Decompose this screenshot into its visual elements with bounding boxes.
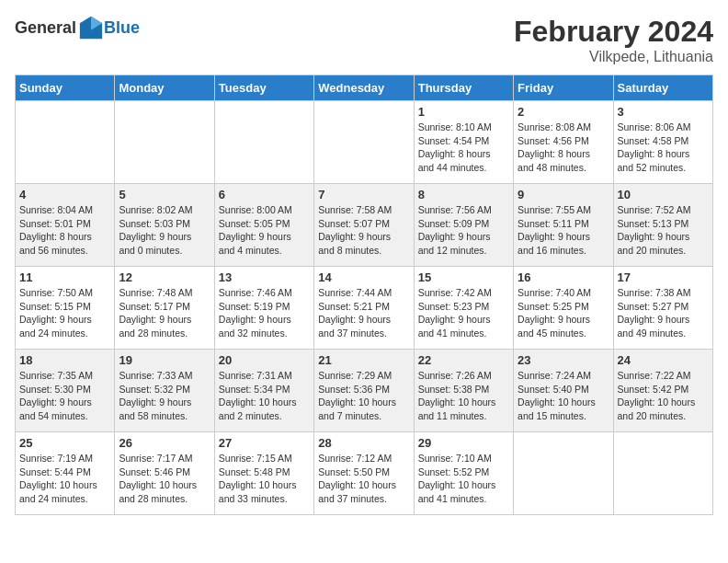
calendar-cell: 1Sunrise: 8:10 AM Sunset: 4:54 PM Daylig… xyxy=(414,101,513,184)
day-number: 27 xyxy=(219,436,310,450)
calendar-cell: 8Sunrise: 7:56 AM Sunset: 5:09 PM Daylig… xyxy=(414,184,513,267)
day-info: Sunrise: 8:00 AM Sunset: 5:05 PM Dayligh… xyxy=(219,203,310,258)
calendar-cell: 22Sunrise: 7:26 AM Sunset: 5:38 PM Dayli… xyxy=(414,350,513,432)
calendar-cell: 25Sunrise: 7:19 AM Sunset: 5:44 PM Dayli… xyxy=(16,432,115,515)
day-info: Sunrise: 7:42 AM Sunset: 5:23 PM Dayligh… xyxy=(418,286,509,340)
day-number: 11 xyxy=(19,270,110,284)
day-info: Sunrise: 7:35 AM Sunset: 5:30 PM Dayligh… xyxy=(19,369,110,423)
calendar-cell: 10Sunrise: 7:52 AM Sunset: 5:13 PM Dayli… xyxy=(613,184,712,267)
day-info: Sunrise: 8:02 AM Sunset: 5:03 PM Dayligh… xyxy=(119,203,210,258)
day-number: 5 xyxy=(119,188,210,201)
weekday-header-saturday: Saturday xyxy=(613,75,712,101)
calendar-cell: 20Sunrise: 7:31 AM Sunset: 5:34 PM Dayli… xyxy=(214,350,313,432)
day-info: Sunrise: 7:10 AM Sunset: 5:52 PM Dayligh… xyxy=(418,452,509,506)
day-info: Sunrise: 7:33 AM Sunset: 5:32 PM Dayligh… xyxy=(119,369,210,423)
weekday-header-wednesday: Wednesday xyxy=(314,75,414,101)
day-info: Sunrise: 7:12 AM Sunset: 5:50 PM Dayligh… xyxy=(318,452,409,506)
logo: General Blue xyxy=(15,15,140,40)
calendar-cell: 13Sunrise: 7:46 AM Sunset: 5:19 PM Dayli… xyxy=(214,267,313,350)
calendar-cell: 4Sunrise: 8:04 AM Sunset: 5:01 PM Daylig… xyxy=(16,184,115,267)
calendar-table: SundayMondayTuesdayWednesdayThursdayFrid… xyxy=(15,75,713,515)
calendar-cell: 18Sunrise: 7:35 AM Sunset: 5:30 PM Dayli… xyxy=(16,350,115,432)
day-number: 17 xyxy=(618,270,709,284)
day-info: Sunrise: 7:52 AM Sunset: 5:13 PM Dayligh… xyxy=(618,203,709,258)
calendar-week-3: 11Sunrise: 7:50 AM Sunset: 5:15 PM Dayli… xyxy=(16,267,713,350)
calendar-cell: 7Sunrise: 7:58 AM Sunset: 5:07 PM Daylig… xyxy=(314,184,414,267)
day-number: 23 xyxy=(518,353,609,367)
day-info: Sunrise: 7:24 AM Sunset: 5:40 PM Dayligh… xyxy=(518,369,609,423)
day-info: Sunrise: 8:06 AM Sunset: 4:58 PM Dayligh… xyxy=(618,121,709,175)
calendar-cell xyxy=(115,101,214,184)
logo-blue: Blue xyxy=(104,18,140,38)
day-info: Sunrise: 7:22 AM Sunset: 5:42 PM Dayligh… xyxy=(618,369,709,423)
weekday-header-friday: Friday xyxy=(514,75,613,101)
calendar-cell: 17Sunrise: 7:38 AM Sunset: 5:27 PM Dayli… xyxy=(613,267,712,350)
calendar-cell xyxy=(613,432,712,515)
calendar-cell: 9Sunrise: 7:55 AM Sunset: 5:11 PM Daylig… xyxy=(514,184,613,267)
day-number: 20 xyxy=(219,353,310,367)
day-info: Sunrise: 7:26 AM Sunset: 5:38 PM Dayligh… xyxy=(418,369,509,423)
calendar-cell: 29Sunrise: 7:10 AM Sunset: 5:52 PM Dayli… xyxy=(414,432,513,515)
day-info: Sunrise: 7:19 AM Sunset: 5:44 PM Dayligh… xyxy=(19,452,110,506)
calendar-cell: 12Sunrise: 7:48 AM Sunset: 5:17 PM Dayli… xyxy=(115,267,214,350)
day-number: 2 xyxy=(518,105,609,119)
day-info: Sunrise: 7:46 AM Sunset: 5:19 PM Dayligh… xyxy=(219,286,310,340)
day-number: 19 xyxy=(119,353,210,367)
calendar-week-2: 4Sunrise: 8:04 AM Sunset: 5:01 PM Daylig… xyxy=(16,184,713,267)
weekday-header-tuesday: Tuesday xyxy=(214,75,313,101)
calendar-cell: 24Sunrise: 7:22 AM Sunset: 5:42 PM Dayli… xyxy=(613,350,712,432)
logo-icon xyxy=(78,15,104,40)
calendar-cell: 28Sunrise: 7:12 AM Sunset: 5:50 PM Dayli… xyxy=(314,432,414,515)
calendar-cell xyxy=(214,101,313,184)
calendar-cell: 27Sunrise: 7:15 AM Sunset: 5:48 PM Dayli… xyxy=(214,432,313,515)
day-number: 12 xyxy=(119,270,210,284)
day-number: 26 xyxy=(119,436,210,450)
day-number: 8 xyxy=(418,188,509,201)
calendar-cell xyxy=(16,101,115,184)
logo-general: General xyxy=(15,18,76,38)
day-info: Sunrise: 7:58 AM Sunset: 5:07 PM Dayligh… xyxy=(318,203,409,258)
calendar-cell xyxy=(314,101,414,184)
day-info: Sunrise: 7:56 AM Sunset: 5:09 PM Dayligh… xyxy=(418,203,509,258)
day-info: Sunrise: 7:55 AM Sunset: 5:11 PM Dayligh… xyxy=(518,203,609,258)
location-title: Vilkpede, Lithuania xyxy=(514,49,713,65)
title-area: February 2024 Vilkpede, Lithuania xyxy=(514,15,713,65)
day-info: Sunrise: 8:08 AM Sunset: 4:56 PM Dayligh… xyxy=(518,121,609,175)
day-number: 4 xyxy=(19,188,110,201)
day-number: 21 xyxy=(318,353,409,367)
day-number: 10 xyxy=(618,188,709,201)
day-info: Sunrise: 7:38 AM Sunset: 5:27 PM Dayligh… xyxy=(618,286,709,340)
day-number: 28 xyxy=(318,436,409,450)
day-number: 7 xyxy=(318,188,409,201)
calendar-cell: 6Sunrise: 8:00 AM Sunset: 5:05 PM Daylig… xyxy=(214,184,313,267)
calendar-cell: 14Sunrise: 7:44 AM Sunset: 5:21 PM Dayli… xyxy=(314,267,414,350)
calendar-cell: 16Sunrise: 7:40 AM Sunset: 5:25 PM Dayli… xyxy=(514,267,613,350)
calendar-cell: 23Sunrise: 7:24 AM Sunset: 5:40 PM Dayli… xyxy=(514,350,613,432)
day-info: Sunrise: 7:48 AM Sunset: 5:17 PM Dayligh… xyxy=(119,286,210,340)
day-info: Sunrise: 8:10 AM Sunset: 4:54 PM Dayligh… xyxy=(418,121,509,175)
month-title: February 2024 xyxy=(514,15,713,49)
calendar-week-5: 25Sunrise: 7:19 AM Sunset: 5:44 PM Dayli… xyxy=(16,432,713,515)
day-number: 25 xyxy=(19,436,110,450)
weekday-header-monday: Monday xyxy=(115,75,214,101)
day-info: Sunrise: 7:31 AM Sunset: 5:34 PM Dayligh… xyxy=(219,369,310,423)
calendar-week-4: 18Sunrise: 7:35 AM Sunset: 5:30 PM Dayli… xyxy=(16,350,713,432)
day-info: Sunrise: 7:15 AM Sunset: 5:48 PM Dayligh… xyxy=(219,452,310,506)
day-number: 1 xyxy=(418,105,509,119)
day-info: Sunrise: 8:04 AM Sunset: 5:01 PM Dayligh… xyxy=(19,203,110,258)
weekday-header-sunday: Sunday xyxy=(16,75,115,101)
day-number: 6 xyxy=(219,188,310,201)
day-number: 29 xyxy=(418,436,509,450)
day-number: 15 xyxy=(418,270,509,284)
day-number: 13 xyxy=(219,270,310,284)
day-number: 14 xyxy=(318,270,409,284)
day-info: Sunrise: 7:50 AM Sunset: 5:15 PM Dayligh… xyxy=(19,286,110,340)
day-info: Sunrise: 7:40 AM Sunset: 5:25 PM Dayligh… xyxy=(518,286,609,340)
calendar-body: 1Sunrise: 8:10 AM Sunset: 4:54 PM Daylig… xyxy=(16,101,713,515)
calendar-cell: 11Sunrise: 7:50 AM Sunset: 5:15 PM Dayli… xyxy=(16,267,115,350)
day-number: 16 xyxy=(518,270,609,284)
day-number: 18 xyxy=(19,353,110,367)
header: General Blue February 2024 Vilkpede, Lit… xyxy=(15,15,713,65)
calendar-cell xyxy=(514,432,613,515)
day-number: 3 xyxy=(618,105,709,119)
